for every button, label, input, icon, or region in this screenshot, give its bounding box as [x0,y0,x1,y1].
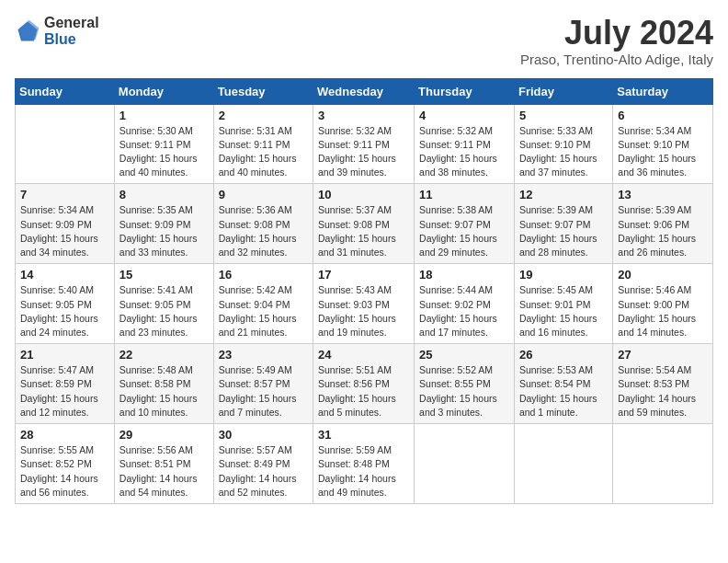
cell-info: Sunrise: 5:33 AM Sunset: 9:10 PM Dayligh… [519,124,608,180]
calendar-cell: 22Sunrise: 5:48 AM Sunset: 8:58 PM Dayli… [114,344,213,424]
cell-info: Sunrise: 5:41 AM Sunset: 9:05 PM Dayligh… [119,283,209,339]
calendar-cell: 19Sunrise: 5:45 AM Sunset: 9:01 PM Dayli… [514,264,612,344]
cell-info: Sunrise: 5:31 AM Sunset: 9:11 PM Dayligh… [219,124,308,180]
cell-info: Sunrise: 5:53 AM Sunset: 8:54 PM Dayligh… [519,363,608,419]
day-number: 28 [20,428,109,442]
day-number: 9 [219,188,308,201]
day-number: 10 [318,188,409,201]
day-number: 21 [20,348,109,362]
cell-info: Sunrise: 5:44 AM Sunset: 9:02 PM Dayligh… [419,283,509,339]
calendar-cell: 31Sunrise: 5:59 AM Sunset: 8:48 PM Dayli… [313,424,415,504]
calendar-cell: 13Sunrise: 5:39 AM Sunset: 9:06 PM Dayli… [613,184,713,264]
calendar-cell: 16Sunrise: 5:42 AM Sunset: 9:04 PM Dayli… [213,264,313,344]
calendar-week-3: 14Sunrise: 5:40 AM Sunset: 9:05 PM Dayli… [16,264,713,344]
day-number: 31 [318,428,409,442]
logo-general-text: General [44,15,99,31]
day-number: 6 [618,109,708,122]
calendar-cell: 26Sunrise: 5:53 AM Sunset: 8:54 PM Dayli… [514,344,612,424]
cell-info: Sunrise: 5:51 AM Sunset: 8:56 PM Dayligh… [318,363,409,419]
cell-info: Sunrise: 5:32 AM Sunset: 9:11 PM Dayligh… [419,124,509,180]
calendar-cell: 15Sunrise: 5:41 AM Sunset: 9:05 PM Dayli… [114,264,213,344]
calendar-cell: 6Sunrise: 5:34 AM Sunset: 9:10 PM Daylig… [613,104,713,184]
day-number: 27 [618,348,708,362]
day-number: 14 [20,268,109,282]
cell-info: Sunrise: 5:39 AM Sunset: 9:06 PM Dayligh… [618,203,708,259]
cell-info: Sunrise: 5:54 AM Sunset: 8:53 PM Dayligh… [618,363,708,419]
calendar-week-4: 21Sunrise: 5:47 AM Sunset: 8:59 PM Dayli… [16,344,713,424]
day-number: 22 [119,348,209,362]
day-number: 29 [119,428,209,442]
calendar-cell: 4Sunrise: 5:32 AM Sunset: 9:11 PM Daylig… [415,104,515,184]
cell-info: Sunrise: 5:49 AM Sunset: 8:57 PM Dayligh… [219,363,308,419]
cell-info: Sunrise: 5:56 AM Sunset: 8:51 PM Dayligh… [119,443,209,500]
cell-info: Sunrise: 5:42 AM Sunset: 9:04 PM Dayligh… [219,283,308,339]
calendar-cell: 7Sunrise: 5:34 AM Sunset: 9:09 PM Daylig… [16,184,115,264]
cell-info: Sunrise: 5:47 AM Sunset: 8:59 PM Dayligh… [20,363,109,419]
calendar-cell: 17Sunrise: 5:43 AM Sunset: 9:03 PM Dayli… [313,264,415,344]
month-year-title: July 2024 [520,15,713,52]
cell-info: Sunrise: 5:48 AM Sunset: 8:58 PM Dayligh… [119,363,209,419]
calendar-cell: 23Sunrise: 5:49 AM Sunset: 8:57 PM Dayli… [213,344,313,424]
calendar-cell: 1Sunrise: 5:30 AM Sunset: 9:11 PM Daylig… [114,104,213,184]
logo-icon [15,18,40,44]
day-number: 7 [20,188,109,201]
cell-info: Sunrise: 5:35 AM Sunset: 9:09 PM Dayligh… [119,203,209,259]
header-tuesday: Tuesday [213,78,313,104]
cell-info: Sunrise: 5:57 AM Sunset: 8:49 PM Dayligh… [219,443,308,500]
calendar-cell: 11Sunrise: 5:38 AM Sunset: 9:07 PM Dayli… [415,184,515,264]
calendar-cell: 2Sunrise: 5:31 AM Sunset: 9:11 PM Daylig… [213,104,313,184]
calendar-cell: 21Sunrise: 5:47 AM Sunset: 8:59 PM Dayli… [16,344,115,424]
calendar-cell: 9Sunrise: 5:36 AM Sunset: 9:08 PM Daylig… [213,184,313,264]
cell-info: Sunrise: 5:52 AM Sunset: 8:55 PM Dayligh… [419,363,509,419]
calendar-cell: 18Sunrise: 5:44 AM Sunset: 9:02 PM Dayli… [415,264,515,344]
calendar-table: SundayMondayTuesdayWednesdayThursdayFrid… [15,78,713,504]
page-header: General Blue July 2024 Praso, Trentino-A… [15,15,713,67]
day-number: 15 [119,268,209,282]
calendar-cell: 29Sunrise: 5:56 AM Sunset: 8:51 PM Dayli… [114,424,213,504]
cell-info: Sunrise: 5:38 AM Sunset: 9:07 PM Dayligh… [419,203,509,259]
calendar-cell: 24Sunrise: 5:51 AM Sunset: 8:56 PM Dayli… [313,344,415,424]
cell-info: Sunrise: 5:45 AM Sunset: 9:01 PM Dayligh… [519,283,608,339]
day-number: 20 [618,268,708,282]
calendar-header-row: SundayMondayTuesdayWednesdayThursdayFrid… [16,78,713,104]
calendar-week-5: 28Sunrise: 5:55 AM Sunset: 8:52 PM Dayli… [16,424,713,504]
svg-marker-1 [19,19,39,39]
cell-info: Sunrise: 5:59 AM Sunset: 8:48 PM Dayligh… [318,443,409,500]
calendar-cell: 25Sunrise: 5:52 AM Sunset: 8:55 PM Dayli… [415,344,515,424]
calendar-cell: 27Sunrise: 5:54 AM Sunset: 8:53 PM Dayli… [613,344,713,424]
title-block: July 2024 Praso, Trentino-Alto Adige, It… [520,15,713,67]
calendar-cell [415,424,515,504]
cell-info: Sunrise: 5:37 AM Sunset: 9:08 PM Dayligh… [318,203,409,259]
header-sunday: Sunday [16,78,115,104]
day-number: 4 [419,109,509,122]
day-number: 11 [419,188,509,201]
calendar-cell: 28Sunrise: 5:55 AM Sunset: 8:52 PM Dayli… [16,424,115,504]
logo-text: General Blue [44,15,99,47]
cell-info: Sunrise: 5:43 AM Sunset: 9:03 PM Dayligh… [318,283,409,339]
calendar-cell: 20Sunrise: 5:46 AM Sunset: 9:00 PM Dayli… [613,264,713,344]
day-number: 16 [219,268,308,282]
cell-info: Sunrise: 5:46 AM Sunset: 9:00 PM Dayligh… [618,283,708,339]
calendar-week-2: 7Sunrise: 5:34 AM Sunset: 9:09 PM Daylig… [16,184,713,264]
day-number: 24 [318,348,409,362]
cell-info: Sunrise: 5:30 AM Sunset: 9:11 PM Dayligh… [119,124,209,180]
day-number: 3 [318,109,409,122]
header-friday: Friday [514,78,612,104]
header-thursday: Thursday [415,78,515,104]
cell-info: Sunrise: 5:34 AM Sunset: 9:10 PM Dayligh… [618,124,708,180]
calendar-cell [514,424,612,504]
calendar-cell [613,424,713,504]
day-number: 8 [119,188,209,201]
day-number: 26 [519,348,608,362]
cell-info: Sunrise: 5:39 AM Sunset: 9:07 PM Dayligh… [519,203,608,259]
cell-info: Sunrise: 5:40 AM Sunset: 9:05 PM Dayligh… [20,283,109,339]
calendar-cell: 3Sunrise: 5:32 AM Sunset: 9:11 PM Daylig… [313,104,415,184]
day-number: 23 [219,348,308,362]
cell-info: Sunrise: 5:36 AM Sunset: 9:08 PM Dayligh… [219,203,308,259]
location-text: Praso, Trentino-Alto Adige, Italy [520,52,713,67]
day-number: 25 [419,348,509,362]
day-number: 18 [419,268,509,282]
day-number: 2 [219,109,308,122]
calendar-cell: 5Sunrise: 5:33 AM Sunset: 9:10 PM Daylig… [514,104,612,184]
logo: General Blue [15,15,99,47]
